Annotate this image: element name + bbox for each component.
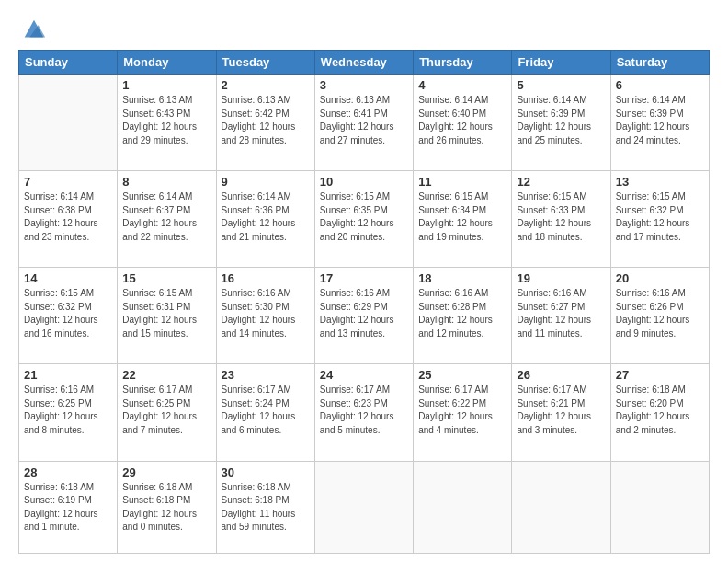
day-number: 13 (616, 175, 704, 189)
calendar-cell: 7Sunrise: 6:14 AMSunset: 6:38 PMDaylight… (19, 171, 118, 268)
calendar-cell: 12Sunrise: 6:15 AMSunset: 6:33 PMDayligh… (512, 171, 610, 268)
calendar-table: SundayMondayTuesdayWednesdayThursdayFrid… (18, 50, 710, 554)
day-number: 11 (418, 175, 506, 189)
day-info: Sunrise: 6:18 AMSunset: 6:19 PMDaylight:… (24, 481, 112, 534)
weekday-header-tuesday: Tuesday (216, 51, 314, 75)
calendar-cell: 13Sunrise: 6:15 AMSunset: 6:32 PMDayligh… (610, 171, 709, 268)
page: SundayMondayTuesdayWednesdayThursdayFrid… (0, 0, 728, 563)
calendar-cell: 6Sunrise: 6:14 AMSunset: 6:39 PMDaylight… (610, 75, 709, 171)
day-number: 18 (418, 271, 506, 285)
calendar-cell: 11Sunrise: 6:15 AMSunset: 6:34 PMDayligh… (414, 171, 512, 268)
calendar-cell: 8Sunrise: 6:14 AMSunset: 6:37 PMDaylight… (118, 171, 216, 268)
calendar-cell: 15Sunrise: 6:15 AMSunset: 6:31 PMDayligh… (118, 268, 216, 364)
calendar-cell: 26Sunrise: 6:17 AMSunset: 6:21 PMDayligh… (512, 364, 610, 461)
day-info: Sunrise: 6:18 AMSunset: 6:18 PMDaylight:… (122, 481, 210, 534)
day-number: 12 (517, 175, 605, 189)
calendar-cell: 16Sunrise: 6:16 AMSunset: 6:30 PMDayligh… (216, 268, 314, 364)
calendar-cell: 17Sunrise: 6:16 AMSunset: 6:29 PMDayligh… (314, 268, 413, 364)
day-number: 22 (122, 368, 210, 382)
day-number: 5 (517, 78, 605, 92)
day-info: Sunrise: 6:15 AMSunset: 6:33 PMDaylight:… (517, 190, 605, 244)
calendar-cell (414, 461, 512, 553)
weekday-header-row: SundayMondayTuesdayWednesdayThursdayFrid… (19, 51, 710, 75)
day-info: Sunrise: 6:14 AMSunset: 6:37 PMDaylight:… (122, 190, 210, 244)
day-info: Sunrise: 6:15 AMSunset: 6:32 PMDaylight:… (24, 287, 112, 340)
day-info: Sunrise: 6:16 AMSunset: 6:29 PMDaylight:… (320, 287, 408, 340)
day-number: 30 (222, 465, 310, 479)
day-number: 4 (418, 78, 506, 92)
logo-icon (21, 17, 47, 42)
calendar-cell (19, 75, 118, 171)
day-number: 9 (222, 175, 310, 189)
day-number: 20 (616, 271, 704, 285)
weekday-header-thursday: Thursday (414, 51, 512, 75)
day-number: 1 (122, 78, 210, 92)
day-info: Sunrise: 6:17 AMSunset: 6:21 PMDaylight:… (517, 384, 605, 437)
day-number: 15 (122, 271, 210, 285)
calendar-cell: 19Sunrise: 6:16 AMSunset: 6:27 PMDayligh… (512, 268, 610, 364)
calendar-cell: 18Sunrise: 6:16 AMSunset: 6:28 PMDayligh… (414, 268, 512, 364)
weekday-header-monday: Monday (118, 51, 216, 75)
day-info: Sunrise: 6:13 AMSunset: 6:43 PMDaylight:… (122, 94, 210, 147)
header (18, 17, 710, 42)
day-info: Sunrise: 6:14 AMSunset: 6:39 PMDaylight:… (517, 94, 605, 147)
day-number: 23 (222, 368, 310, 382)
calendar-cell (610, 461, 709, 553)
day-info: Sunrise: 6:13 AMSunset: 6:41 PMDaylight:… (320, 94, 408, 147)
day-number: 21 (24, 368, 112, 382)
day-info: Sunrise: 6:15 AMSunset: 6:31 PMDaylight:… (122, 287, 210, 340)
day-info: Sunrise: 6:16 AMSunset: 6:28 PMDaylight:… (418, 287, 506, 340)
day-number: 25 (418, 368, 506, 382)
day-number: 28 (24, 465, 112, 479)
day-number: 26 (517, 368, 605, 382)
calendar-cell: 27Sunrise: 6:18 AMSunset: 6:20 PMDayligh… (610, 364, 709, 461)
day-info: Sunrise: 6:14 AMSunset: 6:38 PMDaylight:… (24, 190, 112, 244)
day-number: 7 (24, 175, 112, 189)
calendar-cell: 9Sunrise: 6:14 AMSunset: 6:36 PMDaylight… (216, 171, 314, 268)
calendar-cell: 29Sunrise: 6:18 AMSunset: 6:18 PMDayligh… (118, 461, 216, 553)
calendar-cell: 5Sunrise: 6:14 AMSunset: 6:39 PMDaylight… (512, 75, 610, 171)
weekday-header-sunday: Sunday (19, 51, 118, 75)
calendar-cell: 23Sunrise: 6:17 AMSunset: 6:24 PMDayligh… (216, 364, 314, 461)
day-number: 29 (122, 465, 210, 479)
day-info: Sunrise: 6:15 AMSunset: 6:34 PMDaylight:… (418, 190, 506, 244)
day-info: Sunrise: 6:17 AMSunset: 6:23 PMDaylight:… (320, 384, 408, 437)
weekday-header-friday: Friday (512, 51, 610, 75)
calendar-cell: 30Sunrise: 6:18 AMSunset: 6:18 PMDayligh… (216, 461, 314, 553)
day-number: 19 (517, 271, 605, 285)
day-info: Sunrise: 6:13 AMSunset: 6:42 PMDaylight:… (222, 94, 310, 147)
calendar-cell (512, 461, 610, 553)
day-number: 24 (320, 368, 408, 382)
calendar-cell: 21Sunrise: 6:16 AMSunset: 6:25 PMDayligh… (19, 364, 118, 461)
calendar-cell: 20Sunrise: 6:16 AMSunset: 6:26 PMDayligh… (610, 268, 709, 364)
calendar-week-row: 1Sunrise: 6:13 AMSunset: 6:43 PMDaylight… (19, 75, 710, 171)
day-info: Sunrise: 6:15 AMSunset: 6:32 PMDaylight:… (616, 190, 704, 244)
calendar-cell: 2Sunrise: 6:13 AMSunset: 6:42 PMDaylight… (216, 75, 314, 171)
calendar-cell: 3Sunrise: 6:13 AMSunset: 6:41 PMDaylight… (314, 75, 413, 171)
day-info: Sunrise: 6:15 AMSunset: 6:35 PMDaylight:… (320, 190, 408, 244)
calendar-week-row: 7Sunrise: 6:14 AMSunset: 6:38 PMDaylight… (19, 171, 710, 268)
day-info: Sunrise: 6:16 AMSunset: 6:25 PMDaylight:… (24, 384, 112, 437)
day-info: Sunrise: 6:14 AMSunset: 6:36 PMDaylight:… (222, 190, 310, 244)
day-number: 17 (320, 271, 408, 285)
calendar-cell: 1Sunrise: 6:13 AMSunset: 6:43 PMDaylight… (118, 75, 216, 171)
calendar-cell: 24Sunrise: 6:17 AMSunset: 6:23 PMDayligh… (314, 364, 413, 461)
day-number: 14 (24, 271, 112, 285)
day-number: 27 (616, 368, 704, 382)
logo (18, 17, 47, 42)
day-number: 3 (320, 78, 408, 92)
day-info: Sunrise: 6:14 AMSunset: 6:39 PMDaylight:… (616, 94, 704, 147)
day-info: Sunrise: 6:16 AMSunset: 6:30 PMDaylight:… (222, 287, 310, 340)
day-info: Sunrise: 6:18 AMSunset: 6:20 PMDaylight:… (616, 384, 704, 437)
calendar-cell: 10Sunrise: 6:15 AMSunset: 6:35 PMDayligh… (314, 171, 413, 268)
day-number: 8 (122, 175, 210, 189)
calendar-week-row: 21Sunrise: 6:16 AMSunset: 6:25 PMDayligh… (19, 364, 710, 461)
day-info: Sunrise: 6:14 AMSunset: 6:40 PMDaylight:… (418, 94, 506, 147)
calendar-cell: 4Sunrise: 6:14 AMSunset: 6:40 PMDaylight… (414, 75, 512, 171)
day-info: Sunrise: 6:17 AMSunset: 6:24 PMDaylight:… (222, 384, 310, 437)
day-number: 6 (616, 78, 704, 92)
calendar-cell: 14Sunrise: 6:15 AMSunset: 6:32 PMDayligh… (19, 268, 118, 364)
day-number: 10 (320, 175, 408, 189)
weekday-header-saturday: Saturday (610, 51, 709, 75)
calendar-cell: 25Sunrise: 6:17 AMSunset: 6:22 PMDayligh… (414, 364, 512, 461)
